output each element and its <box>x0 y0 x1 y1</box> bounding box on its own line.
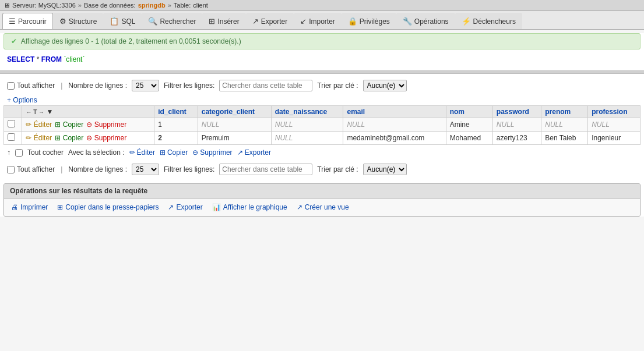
sel-export-btn[interactable]: ↗ Exporter <box>237 148 271 157</box>
sort-select[interactable]: Aucun(e) <box>363 80 407 91</box>
check-icon: ✔ <box>11 37 17 45</box>
th-categorie-client[interactable]: categorie_client <box>198 106 271 118</box>
table-row: ✏ Éditer ⊞ Copier ⊖ Supprimer 1NULLNULLN… <box>4 118 641 132</box>
th-id-client[interactable]: id_client <box>154 106 198 118</box>
sql-icon: 📋 <box>110 17 119 26</box>
divider-top <box>0 70 644 74</box>
tab-exporter-label: Exporter <box>261 17 287 26</box>
tab-parcourir[interactable]: ☰ Parcourir <box>2 13 53 29</box>
sel-delete-label: Supprimer <box>200 148 232 157</box>
th-nom[interactable]: nom <box>446 106 492 118</box>
server-icon: 🖥 <box>3 2 10 9</box>
options-link[interactable]: + Options <box>0 95 644 105</box>
show-all-checkbox[interactable] <box>7 82 15 90</box>
nav-tabs: ☰ Parcourir ⚙ Structure 📋 SQL 🔍 Recherch… <box>0 11 644 30</box>
tab-exporter[interactable]: ↗ Exporter <box>246 13 294 29</box>
filter-input[interactable] <box>219 80 312 91</box>
row-nom-0: Amine <box>446 118 492 132</box>
th-email-link[interactable]: email <box>347 108 365 116</box>
view-icon: ↗ <box>297 203 302 211</box>
tab-inserer[interactable]: ⊞ Insérer <box>202 13 245 29</box>
check-all-label: Tout cocher <box>27 148 64 157</box>
tab-parcourir-label: Parcourir <box>18 17 47 26</box>
filter-label: Filtrer les lignes: <box>164 81 214 90</box>
sql-table: `client` <box>64 55 85 63</box>
exporter-icon: ↗ <box>252 17 259 26</box>
op-view-link[interactable]: ↗ Créer une vue <box>297 203 349 211</box>
tab-privileges-label: Privilèges <box>360 17 390 26</box>
selection-row: ↑ Tout cocher Avec la sélection : ✏ Édit… <box>0 145 644 160</box>
tab-privileges[interactable]: 🔒 Privilèges <box>342 13 396 29</box>
op-export-link[interactable]: ↗ Exporter <box>168 203 202 211</box>
tab-structure[interactable]: ⚙ Structure <box>53 13 104 29</box>
th-profession-link[interactable]: profession <box>592 108 627 116</box>
row-nom-1: Mohamed <box>446 132 492 145</box>
copy-clipboard-icon: ⊞ <box>57 203 63 211</box>
print-icon: 🖨 <box>11 203 18 211</box>
edit-link-1[interactable]: ✏ Éditer <box>26 134 52 142</box>
chart-icon: 📊 <box>212 203 221 211</box>
op-print-link[interactable]: 🖨 Imprimer <box>11 203 48 211</box>
show-all-bottom-label[interactable]: Tout afficher <box>7 165 55 173</box>
tab-sql[interactable]: 📋 SQL <box>103 13 142 29</box>
null-val: NULL <box>275 120 293 129</box>
th-prenom-link[interactable]: prenom <box>545 108 571 116</box>
th-password-link[interactable]: password <box>497 108 529 116</box>
view-label: Créer une vue <box>305 203 349 211</box>
show-all-label[interactable]: Tout afficher <box>7 81 55 90</box>
op-copy-link[interactable]: ⊞ Copier dans le presse-papiers <box>57 203 159 211</box>
copy-link-1[interactable]: ⊞ Copier <box>55 134 83 142</box>
row-email-1: medaminebt@gmail.com <box>343 132 446 145</box>
th-date-naissance-link[interactable]: date_naissance <box>275 108 327 116</box>
tab-sql-label: SQL <box>121 17 135 26</box>
tab-importer[interactable]: ↙ Importer <box>294 13 342 29</box>
tab-operations[interactable]: 🔧 Opérations <box>396 13 455 29</box>
select-all-checkbox[interactable] <box>15 149 23 157</box>
row-date_naissance-0: NULL <box>271 118 343 132</box>
copy-link-0[interactable]: ⊞ Copier <box>55 120 83 129</box>
row-check-input-0[interactable] <box>8 120 15 127</box>
tab-declencheurs[interactable]: ⚡ Déclencheurs <box>455 13 522 29</box>
success-message: Affichage des lignes 0 - 1 (total de 2, … <box>21 37 241 45</box>
th-nom-link[interactable]: nom <box>450 108 464 116</box>
th-date-naissance[interactable]: date_naissance <box>271 106 343 118</box>
sort-bottom-label: Trier par clé : <box>317 165 358 173</box>
th-password[interactable]: password <box>492 106 541 118</box>
show-all-bottom-checkbox[interactable] <box>7 166 15 173</box>
rechercher-icon: 🔍 <box>148 17 157 26</box>
th-id-client-link[interactable]: id_client <box>158 108 186 116</box>
sort-arrows[interactable]: ← T → <box>26 109 44 115</box>
sql-display: SELECT * FROM `client` <box>0 53 644 68</box>
export-label: Exporter <box>176 203 202 211</box>
row-id-0: 1 <box>154 118 198 132</box>
null-val: NULL <box>275 134 293 142</box>
th-categorie-client-link[interactable]: categorie_client <box>202 108 255 116</box>
th-email[interactable]: email <box>343 106 446 118</box>
sel-edit-btn[interactable]: ✏ Éditer <box>129 148 155 157</box>
sel-delete-icon: ⊖ <box>192 148 198 157</box>
row-check-input-1[interactable] <box>8 133 15 141</box>
delete-link-1[interactable]: ⊖ Supprimer <box>86 134 126 142</box>
tab-rechercher[interactable]: 🔍 Rechercher <box>142 13 202 29</box>
th-profession[interactable]: profession <box>588 106 641 118</box>
table-row: ✏ Éditer ⊞ Copier ⊖ Supprimer 2PremuimNU… <box>4 132 641 145</box>
filter-bottom-input[interactable] <box>219 164 312 175</box>
delete-link-0[interactable]: ⊖ Supprimer <box>86 120 126 129</box>
table-label: Table: <box>174 2 191 9</box>
row-password-0: NULL <box>492 118 541 132</box>
sel-delete-btn[interactable]: ⊖ Supprimer <box>192 148 232 157</box>
success-bar: ✔ Affichage des lignes 0 - 1 (total de 2… <box>3 33 641 49</box>
edit-link-0[interactable]: ✏ Éditer <box>26 120 52 129</box>
rows-bottom-select[interactable]: 2550100250500 <box>132 164 159 175</box>
operations-icon: 🔧 <box>403 17 412 26</box>
op-chart-link[interactable]: 📊 Afficher le graphique <box>212 203 287 211</box>
rows-select[interactable]: 2550100250500 <box>132 80 159 91</box>
sort-bottom-select[interactable]: Aucun(e) <box>363 164 407 175</box>
data-table: ← T → ▼ id_client categorie_client date_… <box>3 105 641 145</box>
sort-dropdown-icon[interactable]: ▼ <box>46 108 53 116</box>
separator1: | <box>61 81 62 90</box>
importer-icon: ↙ <box>300 17 307 26</box>
th-prenom[interactable]: prenom <box>541 106 588 118</box>
sel-copy-btn[interactable]: ⊞ Copier <box>160 148 188 157</box>
privileges-icon: 🔒 <box>348 17 357 26</box>
